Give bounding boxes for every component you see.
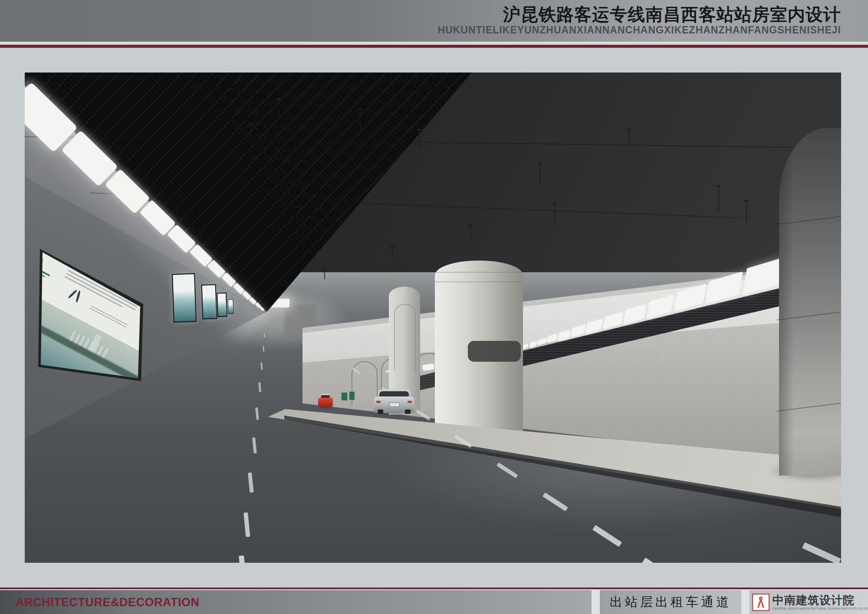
logo-panel: 中南建筑设计院 CENTRAL-SOUTH ARCHITECTURAL DESI… bbox=[750, 590, 868, 614]
caption-panel: 出站层出租车通道 bbox=[600, 590, 741, 614]
header-band: 沪昆铁路客运专线南昌西客站站房室内设计 HUKUNTIELIKEYUNZHUAN… bbox=[0, 0, 868, 42]
page-subtitle: HUKUNTIELIKEYUNZHUANXIANNANCHANGXIKEZHAN… bbox=[438, 24, 841, 36]
compass-A-icon bbox=[752, 594, 769, 611]
caption-text: 出站层出租车通道 bbox=[610, 594, 731, 611]
footer-left-panel: ARCHITECTURE&DECORATION bbox=[0, 590, 592, 614]
divider-light bbox=[0, 42, 868, 45]
divider-red-top bbox=[0, 45, 868, 48]
rendering-viewport bbox=[25, 73, 841, 563]
page-title: 沪昆铁路客运专线南昌西客站站房室内设计 bbox=[503, 3, 841, 26]
company-name: 中南建筑设计院 bbox=[773, 594, 868, 606]
brand-text: ARCHITECTURE&DECORATION bbox=[16, 596, 200, 609]
vignette-overlay bbox=[25, 73, 841, 563]
footer-band: ARCHITECTURE&DECORATION 出站层出租车通道 中南建筑设计院… bbox=[0, 590, 868, 614]
company-subtitle: CENTRAL-SOUTH ARCHITECTURAL DESIGN INSTI… bbox=[773, 607, 868, 610]
